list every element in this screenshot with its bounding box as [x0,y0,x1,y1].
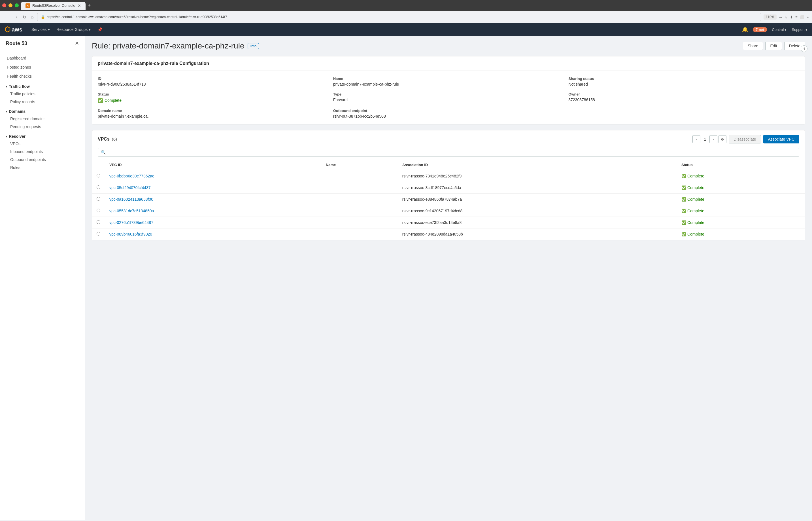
sidebar-item-dashboard[interactable]: Dashboard [0,53,85,63]
association-id-cell-1: rslvr-rrassoc-3cdf18977ecd4c5da [398,182,677,194]
forward-button[interactable]: → [13,13,19,21]
info-link[interactable]: Info [248,43,259,49]
sidebar-item-hosted-zones[interactable]: Hosted zones [0,63,85,72]
status-cell-2: ✅ Complete [677,194,805,205]
select-column-header [92,160,105,170]
chevron-down-icon: ▾ [6,110,7,113]
row-select-1[interactable] [92,182,105,194]
vpc-id-cell-0: vpc-0bdbb6e30e77362ae [105,170,321,182]
tab-close-icon[interactable]: ✕ [78,3,81,8]
minimize-button[interactable] [8,3,13,7]
status-cell-4: ✅ Complete [677,217,805,228]
sidebar-item-inbound-endpoints[interactable]: Inbound endpoints [0,148,85,156]
vpcs-table: VPC ID Name Association ID Status vpc-0b… [92,160,805,240]
sidebar-section-domains[interactable]: ▾ Domains [0,106,85,115]
vpc-id-cell-4: vpc-0276b1f739be64487 [105,217,321,228]
reload-button[interactable]: ↻ [22,13,27,21]
sidebar-item-traffic-policies[interactable]: Traffic policies [0,90,85,98]
chevron-down-icon: ▾ [6,85,7,88]
tab-favicon: R [25,3,30,8]
table-settings-button[interactable]: ⚙ [718,135,726,143]
status-complete-0: ✅ Complete [682,174,801,178]
field-status: Status ✅ Complete [98,92,329,103]
notifications-icon[interactable]: 🔔 [740,26,750,32]
resource-groups-menu[interactable]: Resource Groups ▾ [53,23,94,36]
row-radio-3[interactable] [97,209,100,212]
info-corner-button[interactable]: ℹ [801,45,808,52]
status-complete-icon: ✅ [98,97,103,103]
vpc-name-cell-3 [321,205,398,217]
ellipsis-icon[interactable]: ··· [779,15,782,19]
back-button[interactable]: ← [3,13,10,21]
extensions-icon[interactable]: ⬜ [800,15,804,19]
row-radio-5[interactable] [97,232,100,235]
content-inner: Rule: private-domain7-example-ca-phz-rul… [85,36,812,252]
share-button[interactable]: Share [743,42,763,50]
vpc-id-link-0[interactable]: vpc-0bdbb6e30e77362ae [110,174,154,178]
sidebar-item-health-checks[interactable]: Health checks [0,72,85,81]
vpc-name-cell-5 [321,228,398,240]
active-tab[interactable]: R Route53Resolver Console ✕ [21,2,86,9]
row-select-2[interactable] [92,194,105,205]
status-icon-1: ✅ [682,185,686,190]
download-icon[interactable]: ⬇ [790,15,793,19]
sidebar-close-button[interactable]: ✕ [75,40,79,46]
row-radio-1[interactable] [97,185,100,189]
vpc-id-link-2[interactable]: vpc-0a16024113a653f00 [110,197,153,202]
sidebar-item-vpcs[interactable]: VPCs [0,140,85,148]
sidebar-item-rules[interactable]: Rules [0,163,85,172]
sidebar-item-pending-requests[interactable]: Pending requests [0,123,85,131]
status-cell-3: ✅ Complete [677,205,805,217]
support-menu[interactable]: Support ▾ [792,27,808,32]
chevron-right-icon[interactable]: » [807,15,809,19]
vpc-name-cell-2 [321,194,398,205]
close-button[interactable] [2,3,6,7]
field-owner-label: Owner [568,92,799,96]
disassociate-button[interactable]: Disassociate [729,135,761,143]
name-column-header: Name [321,160,398,170]
sidebar-item-registered-domains[interactable]: Registered domains [0,115,85,123]
table-row: vpc-05cf294070fcf4437 rslvr-rrassoc-3cdf… [92,182,805,194]
new-tab-button[interactable]: + [86,1,93,9]
edit-button[interactable]: Edit [765,42,782,50]
sidebar-section-traffic-flow[interactable]: ▾ Traffic flow [0,81,85,90]
vpcs-title-group: VPCs (6) [98,137,117,142]
associate-vpc-button[interactable]: Associate VPC [763,135,799,143]
row-radio-0[interactable] [97,174,100,178]
vpc-id-link-3[interactable]: vpc-05531dc7c5134850a [110,209,154,213]
row-radio-4[interactable] [97,220,100,224]
url-input[interactable]: 🔒 https://ca-central-1.console.aws.amazo… [37,13,761,21]
region-selector[interactable]: Central ▾ [769,27,790,32]
sidebar-section-resolver[interactable]: ▾ Resolver [0,131,85,140]
status-complete-3: ✅ Complete [682,209,801,213]
account-badge[interactable]: 7-net [753,27,767,32]
search-input[interactable] [108,150,796,155]
vpc-id-link-5[interactable]: vpc-089b46016fa3f9020 [110,232,152,236]
library-icon[interactable]: ≡ [795,15,797,19]
maximize-button[interactable] [15,3,19,7]
bookmark-icon[interactable]: ☆ [784,15,788,19]
next-page-button[interactable]: › [710,135,717,143]
services-menu[interactable]: Services ▾ [28,23,53,36]
vpcs-title: VPCs [98,137,110,141]
field-id-value: rslvr-rr-d908f2538a614f718 [98,82,329,87]
row-select-0[interactable] [92,170,105,182]
sidebar-nav: Dashboard Hosted zones Health checks ▾ T… [0,51,85,174]
field-sharing-status: Sharing status Not shared [568,76,799,87]
vpc-id-link-1[interactable]: vpc-05cf294070fcf4437 [110,185,151,190]
sidebar-item-outbound-endpoints[interactable]: Outbound endpoints [0,156,85,163]
row-select-5[interactable] [92,228,105,240]
bookmark-nav-icon[interactable]: 📌 [94,23,106,36]
prev-page-button[interactable]: ‹ [692,135,700,143]
home-button[interactable]: ⌂ [30,13,35,21]
row-radio-2[interactable] [97,197,100,201]
sidebar-item-policy-records[interactable]: Policy records [0,98,85,106]
config-card-body: ID rslvr-rr-d908f2538a614f718 Name priva… [92,71,805,124]
browser-url-bar: ← → ↻ ⌂ 🔒 https://ca-central-1.console.a… [0,11,812,23]
row-select-4[interactable] [92,217,105,228]
status-value-0: Complete [687,174,704,178]
config-card-header: private-domain7-example-ca-phz-rule Conf… [92,56,805,71]
row-select-3[interactable] [92,205,105,217]
vpc-id-link-4[interactable]: vpc-0276b1f739be64487 [110,220,153,225]
field-name: Name private-domain7-example-ca-phz-rule [333,76,564,87]
